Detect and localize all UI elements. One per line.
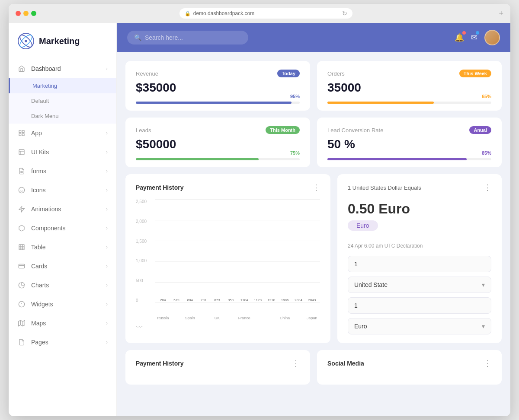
zap-icon (17, 205, 26, 213)
sidebar-item-animations[interactable]: Animations › (9, 200, 116, 219)
sidebar-item-pages[interactable]: Pages › (9, 333, 116, 352)
chevron-icon-icons: › (106, 187, 108, 193)
sidebar-logo: Marketing (9, 23, 116, 59)
payment-history-menu[interactable]: ⋮ (312, 183, 320, 192)
dashboard-submenu: Marketing Default Dark Menu (9, 78, 116, 124)
leads-progress-label: 75% (290, 150, 300, 156)
sidebar-item-widgets[interactable]: Widgets › (9, 295, 116, 314)
app-title: Marketing (39, 36, 80, 46)
lead-conversion-card: Lead Conversion Rate Anual 50 % 85% (317, 118, 502, 167)
sidebar-navigation: Dashboard › Marketing Default Dark Menu … (9, 59, 116, 416)
search-input[interactable] (145, 34, 241, 41)
chevron-icon-table: › (106, 244, 108, 250)
file-text-icon (17, 167, 26, 175)
from-amount-input[interactable] (348, 256, 491, 272)
bottom-social-media-title: Social Media (327, 360, 364, 367)
to-amount-input[interactable] (348, 297, 491, 314)
bottom-payment-history-title: Payment History (136, 360, 183, 367)
bar-value-spain2: 604 (187, 298, 193, 302)
bar-value-france1: 950 (228, 298, 234, 302)
chevron-icon-pages: › (106, 339, 108, 345)
traffic-lights (16, 11, 36, 16)
currency-date: 24 Apr 6.00 am UTC Declaration (348, 243, 491, 249)
bottom-payment-history-menu[interactable]: ⋮ (292, 359, 300, 368)
leads-value: $50000 (136, 137, 300, 151)
x-label-france1 (224, 316, 237, 320)
sidebar-item-app[interactable]: App › (9, 124, 116, 143)
x-label-japan2: Japan (306, 316, 318, 320)
notification-bell-icon[interactable]: 🔔 (455, 33, 464, 42)
from-currency-select[interactable]: United State ▾ (348, 277, 491, 293)
sidebar-item-components[interactable]: Components › (9, 219, 116, 238)
sidebar-item-icons[interactable]: Icons › (9, 181, 116, 200)
svg-rect-4 (19, 130, 21, 133)
mail-icon[interactable]: ✉ (471, 33, 477, 42)
url-bar[interactable]: 🔒 demo.dashboardpack.com ↻ (179, 8, 352, 19)
sidebar-item-ui-kits[interactable]: UI Kits › (9, 143, 116, 162)
bar-value-uk1: 791 (201, 298, 206, 302)
leads-progress-fill (136, 158, 259, 160)
chevron-icon-forms: › (106, 168, 108, 174)
bar-value-china2: 1986 (281, 298, 289, 302)
orders-progress-bar: 65% (327, 102, 491, 104)
search-box[interactable]: 🔍 (127, 31, 248, 45)
bar-value-spain1: 579 (173, 298, 179, 302)
from-currency-label: United State (354, 281, 388, 288)
chevron-icon-components: › (106, 225, 108, 231)
url-text: demo.dashboardpack.com (193, 10, 254, 16)
minimize-button[interactable] (23, 11, 29, 16)
currency-menu[interactable]: ⋮ (484, 183, 491, 192)
lead-conversion-value: 50 % (327, 137, 491, 151)
bar-value-russia: 284 (160, 298, 166, 302)
mail-badge (476, 31, 479, 35)
leads-label: Leads (136, 127, 151, 134)
currency-card: 1 United States Dollar Equals ⋮ 0.50 Eur… (337, 174, 502, 343)
bottom-social-media-menu[interactable]: ⋮ (484, 359, 491, 368)
sidebar-label-components: Components (31, 225, 65, 232)
y-label-2500: 2,500 (136, 199, 154, 204)
chevron-icon-animations: › (106, 206, 108, 212)
sidebar: Marketing Dashboard › Marketing Default (9, 23, 117, 416)
x-label-china2: China (279, 316, 291, 320)
sidebar-label-charts: Charts (31, 282, 49, 289)
svg-rect-22 (19, 264, 24, 268)
sidebar-item-maps[interactable]: Maps › (9, 314, 116, 333)
new-tab-button[interactable]: + (499, 9, 503, 18)
bottom-social-media-card: Social Media ⋮ (317, 350, 502, 385)
sidebar-item-dashboard[interactable]: Dashboard › (9, 59, 116, 78)
grid-icon (17, 129, 26, 137)
smile-icon (17, 186, 26, 194)
sidebar-item-table[interactable]: Table › (9, 238, 116, 257)
payment-history-title: Payment History (136, 184, 183, 191)
sidebar-item-cards[interactable]: Cards › (9, 257, 116, 276)
to-currency-select[interactable]: Euro ▾ (348, 318, 491, 334)
subitem-dark-menu[interactable]: Dark Menu (9, 108, 116, 124)
sidebar-item-charts[interactable]: Charts › (9, 276, 116, 295)
sidebar-label-widgets: Widgets (31, 301, 53, 308)
revenue-progress-fill (136, 102, 292, 104)
maximize-button[interactable] (31, 11, 36, 16)
grid-area: 284 579 604 (155, 199, 320, 303)
close-button[interactable] (16, 11, 21, 16)
refresh-button[interactable]: ↻ (342, 10, 347, 17)
chevron-icon-cards: › (106, 263, 108, 269)
user-avatar[interactable] (484, 30, 500, 45)
x-label-japan1 (292, 316, 304, 320)
subitem-marketing[interactable]: Marketing (9, 78, 116, 93)
lock-icon: 🔒 (185, 11, 191, 16)
chevron-icon-widgets: › (106, 301, 108, 307)
revenue-label: Revenue (136, 70, 158, 77)
sidebar-item-forms[interactable]: forms › (9, 162, 116, 181)
bar-value-china1: 1218 (267, 298, 275, 302)
bottom-payment-history-card: Payment History ⋮ (125, 350, 310, 385)
map-icon (17, 319, 26, 328)
svg-marker-27 (19, 320, 25, 326)
orders-progress-fill (327, 102, 434, 104)
subitem-default[interactable]: Default (9, 93, 116, 108)
bar-chart: 2,500 2,000 1,500 1,000 500 0 (136, 199, 320, 320)
sidebar-label-app: App (31, 130, 42, 137)
y-label-0: 0 (136, 298, 154, 303)
y-label-1000: 1,000 (136, 258, 154, 263)
revenue-value: $35000 (136, 81, 300, 95)
x-axis: Russia Spain UK France China (155, 316, 320, 320)
